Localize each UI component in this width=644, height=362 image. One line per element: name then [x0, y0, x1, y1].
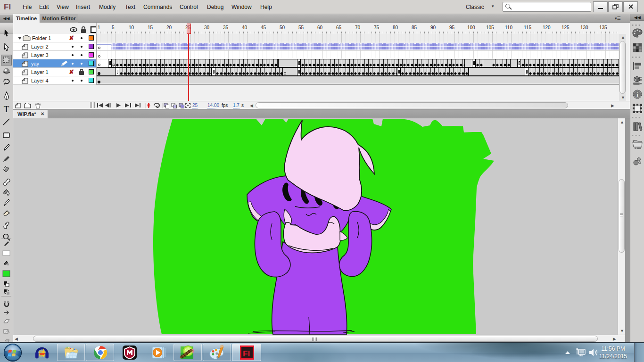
svg-text:i: i	[636, 91, 638, 98]
svg-text:Fl: Fl	[243, 349, 250, 358]
